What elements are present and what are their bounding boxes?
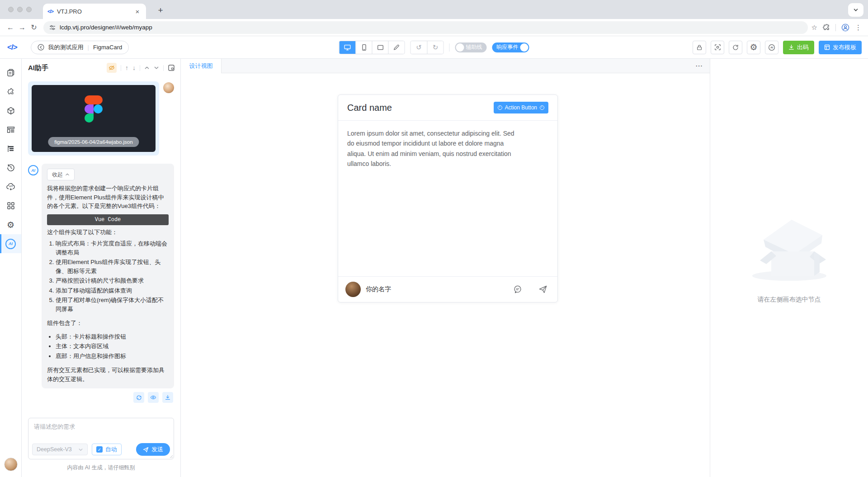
codegen-button[interactable]: 出码: [783, 41, 814, 54]
page-name: FigmaCard: [93, 44, 122, 51]
sidebar-item-outline[interactable]: [0, 139, 21, 158]
composer-controls: DeepSeek-V3 ✓ 自动 发送: [32, 443, 170, 456]
scroll-top-icon[interactable]: ↑: [125, 64, 128, 71]
user-message-bubble: figma/2025-06-04/2a64wjabo.json: [28, 81, 159, 156]
template-icon: [824, 44, 830, 50]
forward-icon[interactable]: →: [16, 22, 28, 33]
browser-menu-kebab-icon[interactable]: ⋮: [855, 24, 862, 32]
scroll-bottom-icon[interactable]: ↓: [132, 64, 136, 71]
events-toggle-label: 响应事件: [497, 43, 519, 51]
favicon-code-icon: </>: [47, 9, 53, 14]
card-action-button[interactable]: Action Button: [494, 102, 548, 113]
list-item: 底部：用户信息和操作图标: [56, 352, 169, 361]
new-tab-button[interactable]: +: [154, 4, 167, 17]
back-home-icon[interactable]: [38, 44, 44, 51]
profile-icon[interactable]: [841, 24, 849, 32]
tab-design-view[interactable]: 设计视图: [181, 59, 222, 73]
tab-close-icon[interactable]: ×: [133, 7, 142, 15]
send-label: 发送: [151, 445, 163, 453]
chevron-down-icon: [78, 447, 83, 452]
preview-eye-icon[interactable]: [148, 392, 159, 403]
prev-message-icon[interactable]: [144, 65, 150, 71]
card-component[interactable]: Card name Action Button Lorem ipsum dolo…: [338, 94, 558, 302]
model-select[interactable]: DeepSeek-V3: [32, 444, 88, 455]
collapse-button[interactable]: 收起: [47, 169, 75, 180]
sidebar-item-api[interactable]: API: [0, 177, 21, 196]
auto-checkbox[interactable]: ✓ 自动: [92, 444, 122, 455]
guides-toggle[interactable]: 辅助线: [455, 43, 487, 52]
hide-thoughts-icon[interactable]: [107, 63, 117, 73]
user-message: figma/2025-06-04/2a64wjabo.json: [28, 81, 174, 156]
comment-icon[interactable]: [513, 285, 522, 294]
window-zoom-button[interactable]: [26, 7, 32, 12]
device-desktop-button[interactable]: [340, 41, 356, 54]
figma-attachment-card[interactable]: figma/2025-06-04/2a64wjabo.json: [32, 85, 156, 152]
chat-window-icon[interactable]: [168, 64, 175, 71]
layout-icon: [6, 125, 15, 134]
sidebar-item-layout[interactable]: [0, 120, 21, 139]
refresh-icon[interactable]: [729, 41, 742, 54]
breadcrumb[interactable]: 我的测试应用 | FigmaCard: [31, 41, 129, 54]
chat-scroll-area[interactable]: figma/2025-06-04/2a64wjabo.json AI 收起 我将…: [22, 77, 180, 411]
send-button[interactable]: 发送: [136, 443, 170, 456]
reload-icon[interactable]: ↻: [28, 22, 40, 33]
bookmark-star-icon[interactable]: ☆: [811, 24, 817, 32]
user-message-avatar: [163, 82, 174, 93]
lock-icon[interactable]: [693, 41, 706, 54]
window-minimize-button[interactable]: [17, 7, 23, 12]
sidebar-item-history[interactable]: [0, 158, 21, 177]
assistant-outro: 所有交互元素都已实现，可以根据需要添加具体的交互逻辑。: [47, 366, 169, 383]
sidebar-item-blocks[interactable]: [0, 101, 21, 120]
vtj-logo[interactable]: </>: [7, 43, 17, 52]
events-toggle[interactable]: 响应事件: [492, 43, 529, 52]
features-list: 响应式布局：卡片宽度自适应，在移动端会调整布局 使用Element Plus组件…: [47, 239, 169, 313]
redo-icon[interactable]: ↻: [427, 41, 443, 54]
window-close-button[interactable]: [8, 7, 14, 12]
ai-panel-header-actions: ↑ ↓: [107, 63, 175, 73]
next-message-icon[interactable]: [154, 65, 159, 71]
prompt-composer: DeepSeek-V3 ✓ 自动 发送: [28, 418, 174, 459]
resize-handle[interactable]: [169, 454, 173, 458]
prompt-input[interactable]: [28, 418, 174, 441]
collapse-label: 收起: [52, 170, 63, 179]
model-select-value: DeepSeek-V3: [37, 446, 72, 453]
browser-tab[interactable]: </> VTJ.PRO ×: [43, 4, 146, 19]
sidebar-item-ai-assistant[interactable]: AI: [0, 234, 21, 253]
back-icon[interactable]: ←: [5, 22, 16, 33]
designer-header: </> 我的测试应用 | FigmaCard: [0, 36, 868, 59]
cube-icon: [6, 106, 15, 115]
undo-icon[interactable]: ↺: [411, 41, 427, 54]
header-center-controls: ↺ ↻ 辅助线 响应事件: [339, 41, 529, 54]
extensions-puzzle-icon[interactable]: [823, 24, 830, 31]
list-item: 使用了相对单位(rem)确保字体大小适配不同屏幕: [56, 296, 169, 313]
download-code-icon[interactable]: [162, 392, 173, 403]
address-bar[interactable]: lcdp.vtj.pro/designer/#/web/myapp: [43, 21, 808, 34]
preview-focus-icon[interactable]: [711, 41, 724, 54]
site-info-icon[interactable]: [49, 24, 56, 31]
regenerate-icon[interactable]: [133, 392, 144, 403]
share-plane-icon[interactable]: [538, 285, 547, 294]
empty-state-text: 请在左侧画布选中节点: [758, 296, 821, 304]
canvas-more-icon[interactable]: ⋯: [695, 61, 703, 70]
ai-icon[interactable]: AI: [765, 41, 778, 54]
sidebar-item-apps[interactable]: [0, 196, 21, 215]
tab-search-chevron-icon[interactable]: [848, 3, 863, 17]
device-tablet-button[interactable]: [372, 41, 388, 54]
sidebar-item-pages[interactable]: [0, 63, 21, 82]
user-avatar[interactable]: [4, 458, 18, 471]
sidebar-item-settings[interactable]: ⚙: [0, 215, 21, 234]
vue-code-block[interactable]: Vue Code: [47, 214, 169, 225]
window-controls[interactable]: [8, 7, 32, 12]
card-header: Card name Action Button: [338, 95, 557, 121]
design-canvas[interactable]: Card name Action Button Lorem ipsum dolo…: [181, 73, 710, 477]
left-rail: API ⚙ AI: [0, 59, 22, 477]
device-mobile-button[interactable]: [356, 41, 372, 54]
sidebar-item-components[interactable]: [0, 82, 21, 101]
publish-template-button[interactable]: 发布模板: [819, 41, 862, 54]
auto-label: 自动: [105, 445, 117, 453]
edit-pencil-button[interactable]: [388, 41, 405, 54]
history-controls: ↺ ↻: [410, 41, 444, 54]
divider: [449, 43, 450, 52]
list-item: 响应式布局：卡片宽度自适应，在移动端会调整布局: [56, 239, 169, 257]
settings-gear-icon[interactable]: ⚙: [747, 41, 760, 54]
